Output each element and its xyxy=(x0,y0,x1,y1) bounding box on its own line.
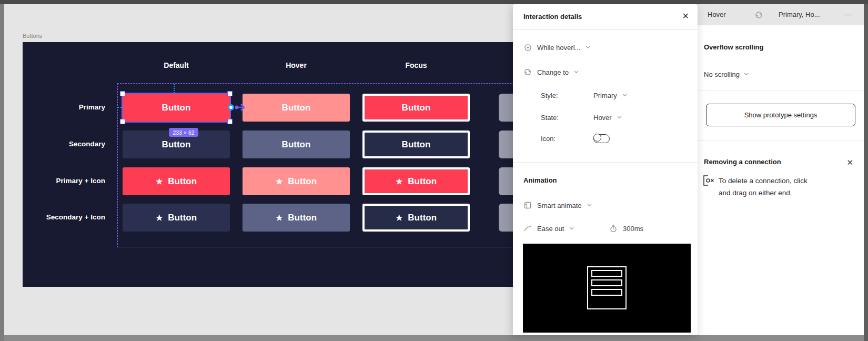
preview-wireframe-bar xyxy=(591,270,622,277)
swap-icon xyxy=(754,11,763,21)
icon-label: Icon: xyxy=(541,135,588,143)
animation-preview xyxy=(523,244,691,333)
animation-type-value[interactable]: Smart animate xyxy=(537,202,582,209)
icon-toggle[interactable] xyxy=(593,134,610,143)
column-header-hover[interactable]: Hover xyxy=(243,61,350,71)
smart-animate-icon xyxy=(523,202,532,209)
chevron-down-icon xyxy=(574,71,579,74)
tip-text-line1: To delete a connection, click xyxy=(719,177,808,185)
measure-guide-vertical xyxy=(174,84,175,93)
interaction-destination[interactable]: Primary, Ho... xyxy=(779,11,820,18)
close-icon[interactable]: ✕ xyxy=(846,158,853,167)
state-label: State: xyxy=(541,114,588,122)
timer-icon xyxy=(609,225,618,233)
prototype-connection-arrow[interactable] xyxy=(227,102,249,113)
row-label[interactable]: Secondary + Icon xyxy=(23,213,105,222)
chevron-down-icon xyxy=(617,116,622,119)
toggle-knob xyxy=(593,134,601,142)
animation-heading: Animation xyxy=(523,176,557,184)
duration-field[interactable]: 300ms xyxy=(609,220,643,237)
close-icon[interactable]: ✕ xyxy=(682,11,689,21)
chevron-down-icon xyxy=(569,227,574,230)
target-icon xyxy=(523,44,532,52)
style-field: Style: Primary xyxy=(541,87,627,104)
preview-wireframe-bar xyxy=(591,279,622,286)
row-label[interactable]: Secondary xyxy=(23,140,105,149)
prototype-sidebar: Hover Primary, Ho... — Overflow scrollin… xyxy=(698,4,864,335)
action-dropdown[interactable]: Change to xyxy=(523,64,579,81)
chevron-down-icon xyxy=(586,46,590,49)
sidebar-divider xyxy=(698,90,864,91)
trigger-value[interactable]: While hoveri... xyxy=(537,44,580,52)
chevron-down-icon xyxy=(744,73,749,76)
window-border-top xyxy=(0,0,868,4)
column-header-focus[interactable]: Focus xyxy=(362,61,470,71)
trigger-dropdown[interactable]: While hoveri... xyxy=(523,39,590,56)
window-border-right xyxy=(864,4,868,341)
overflow-scrolling-dropdown[interactable]: No scrolling xyxy=(704,66,749,83)
easing-dropdown[interactable]: Ease out xyxy=(523,220,574,237)
selection-handle-top-right[interactable] xyxy=(227,91,233,96)
duration-value[interactable]: 300ms xyxy=(623,225,643,233)
selection-outline[interactable] xyxy=(122,93,231,123)
remove-interaction-button[interactable]: — xyxy=(844,9,852,18)
preview-wireframe xyxy=(587,266,627,309)
row-label[interactable]: Primary + Icon xyxy=(23,177,105,186)
tip-text-line2: and drag on either end. xyxy=(719,189,792,197)
delete-connection-icon xyxy=(702,174,716,190)
selection-handle-bottom-left[interactable] xyxy=(120,119,125,124)
interaction-details-panel: Interaction details ✕ While hoveri... xyxy=(513,4,698,335)
easing-value[interactable]: Ease out xyxy=(537,225,564,233)
frame-name-label[interactable]: Buttons xyxy=(23,33,42,39)
canvas[interactable]: Buttons DefaultHoverFocusPrimarySecondar… xyxy=(4,4,513,335)
sidebar-divider xyxy=(698,141,864,141)
ease-curve-icon xyxy=(523,226,532,232)
column-header-default[interactable]: Default xyxy=(123,61,230,71)
chevron-down-icon xyxy=(587,204,592,207)
style-value-dropdown[interactable]: Primary xyxy=(593,92,617,99)
state-value-dropdown[interactable]: Hover xyxy=(593,114,612,122)
row-label[interactable]: Primary xyxy=(23,103,105,112)
interaction-row[interactable]: Hover Primary, Ho... — xyxy=(698,4,864,25)
animation-type-dropdown[interactable]: Smart animate xyxy=(523,197,592,214)
panel-header: Interaction details ✕ xyxy=(513,4,698,30)
window-border-bottom xyxy=(4,335,864,341)
figma-window: Buttons DefaultHoverFocusPrimarySecondar… xyxy=(0,0,868,341)
tip-heading: Removing a connection xyxy=(704,158,781,166)
interaction-trigger[interactable]: Hover xyxy=(708,11,726,18)
state-field: State: Hover xyxy=(541,109,622,126)
window-border-left xyxy=(0,4,4,341)
panel-title: Interaction details xyxy=(523,13,582,21)
swap-icon xyxy=(523,68,532,76)
overflow-scrolling-value[interactable]: No scrolling xyxy=(704,71,740,78)
selection-handle-bottom-right[interactable] xyxy=(227,119,233,124)
selection-handle-top-left[interactable] xyxy=(120,91,125,96)
action-value[interactable]: Change to xyxy=(537,68,569,76)
show-prototype-settings-button[interactable]: Show prototype settings xyxy=(706,104,855,126)
overflow-scrolling-heading: Overflow scrolling xyxy=(704,43,763,51)
panel-divider xyxy=(513,162,698,163)
buttons-frame[interactable]: DefaultHoverFocusPrimarySecondaryPrimary… xyxy=(23,42,513,287)
preview-wireframe-bar xyxy=(591,289,622,296)
size-badge: 233 × 62 xyxy=(169,128,198,137)
icon-field: Icon: xyxy=(541,130,610,147)
chevron-down-icon xyxy=(622,94,627,97)
style-label: Style: xyxy=(541,92,588,99)
